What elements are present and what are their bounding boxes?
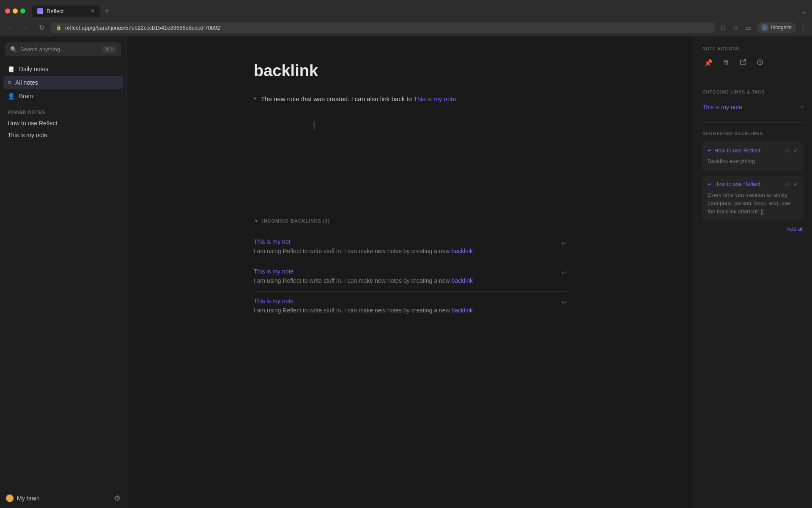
avatar: 👤 bbox=[761, 24, 768, 31]
trash-action-button[interactable]: 🗑 bbox=[721, 57, 731, 69]
main-content: backlink The new note that was created. … bbox=[127, 36, 694, 508]
brain-name: My brain bbox=[17, 495, 40, 502]
search-icon: 🔍 bbox=[10, 46, 17, 52]
lock-icon: 🔒 bbox=[56, 25, 62, 30]
content-prefix: The new note that was created. I can als… bbox=[261, 95, 414, 102]
backlink-item-2: This is my note I am using Reflect to wr… bbox=[254, 262, 567, 292]
suggested-backlinks-title: SUGGESTED BACKLINKS bbox=[702, 131, 804, 136]
note-content[interactable]: The new note that was created. I can als… bbox=[254, 94, 567, 105]
incoming-backlinks-section: ▼ INCOMING BACKLINKS (3) This is my not … bbox=[220, 218, 601, 347]
pinned-note-this-is-my-note[interactable]: This is my note bbox=[3, 129, 123, 141]
search-left: 🔍 Search anything... bbox=[10, 46, 65, 52]
accept-button-1[interactable]: ✓ bbox=[793, 147, 798, 154]
add-all-button[interactable]: Add all bbox=[787, 226, 804, 232]
all-notes-icon: ≡ bbox=[8, 79, 11, 86]
tab-close-button[interactable]: ✕ bbox=[91, 8, 95, 14]
backlink-content-2: This is my note I am using Reflect to wr… bbox=[254, 268, 556, 285]
backlink-excerpt-link-2[interactable]: backlink bbox=[451, 277, 473, 284]
tab-expand-button[interactable]: ⌄ bbox=[801, 7, 807, 15]
brain-label: Brain bbox=[19, 93, 33, 99]
right-panel: NOTE ACTIONS 📌 🗑 OUTGOING LINKS & TAGS bbox=[694, 36, 812, 508]
address-bar-row: ← → ↻ 🔒 reflect.app/g/sarahjonas/57eb22c… bbox=[0, 19, 812, 36]
nav-items: 📋 Daily notes ≡ All notes 👤 Brain bbox=[0, 62, 126, 103]
backlink-title-1[interactable]: This is my not bbox=[254, 238, 556, 245]
back-button[interactable]: ← bbox=[5, 22, 17, 33]
suggested-note-title-2[interactable]: ↩ How to use Reflect bbox=[708, 181, 760, 187]
pin-action-button[interactable]: 📌 bbox=[702, 57, 714, 69]
brain-indicator[interactable]: My brain bbox=[6, 494, 40, 502]
browser-chrome: Reflect ✕ + ⌄ ← → ↻ 🔒 reflect.app/g/sara… bbox=[0, 0, 812, 36]
note-actions: 📌 🗑 bbox=[702, 57, 804, 69]
pinned-notes-title: PINNED NOTES bbox=[0, 103, 126, 117]
bookmark-icon[interactable]: ☆ bbox=[731, 22, 740, 33]
suggested-note-title-1[interactable]: ↩ How to use Reflect bbox=[708, 147, 760, 154]
brain-icon: 👤 bbox=[8, 93, 15, 99]
backlink-item-1: This is my not I am using Reflect to wri… bbox=[254, 232, 567, 262]
bullet-text: The new note that was created. I can als… bbox=[261, 94, 457, 105]
reject-button-1[interactable]: ⊘ bbox=[785, 147, 790, 154]
close-window-button[interactable] bbox=[5, 8, 10, 14]
reject-button-2[interactable]: ⊘ bbox=[785, 181, 790, 188]
backlink-excerpt-3: I am using Reflect to write stuff in. I … bbox=[254, 307, 473, 314]
browser-menu-button[interactable]: ⋮ bbox=[799, 23, 807, 32]
new-tab-button[interactable]: + bbox=[102, 5, 113, 17]
forward-button[interactable]: → bbox=[20, 22, 32, 33]
backlink-content-3: This is my note I am using Reflect to wr… bbox=[254, 298, 556, 315]
sidebar-toggle-icon[interactable]: ▭ bbox=[743, 22, 753, 33]
traffic-lights bbox=[5, 8, 25, 14]
suggested-excerpt-1: Backlink everything bbox=[708, 157, 798, 166]
suggested-item-1: ↩ How to use Reflect ⊘ ✓ Backlink everyt… bbox=[702, 142, 804, 171]
add-all-container: Add all bbox=[702, 226, 804, 232]
sidebar-item-all-notes[interactable]: ≡ All notes bbox=[3, 76, 123, 89]
brain-dot bbox=[6, 494, 14, 502]
suggested-title-text-2: How to use Reflect bbox=[714, 181, 760, 187]
sidebar: 🔍 Search anything... ⌘ K 📋 Daily notes ≡… bbox=[0, 36, 127, 508]
note-actions-title: NOTE ACTIONS bbox=[702, 47, 804, 51]
incognito-button[interactable]: 👤 Incognito bbox=[757, 22, 796, 33]
settings-icon[interactable]: ⚙ bbox=[114, 494, 121, 503]
backlink-excerpt-link-1[interactable]: backlink bbox=[451, 248, 473, 254]
bullet-item-1: The new note that was created. I can als… bbox=[254, 94, 567, 105]
note-title[interactable]: backlink bbox=[254, 62, 567, 80]
share-action-button[interactable] bbox=[738, 57, 748, 69]
maximize-window-button[interactable] bbox=[20, 8, 25, 14]
suggested-item-header-2: ↩ How to use Reflect ⊘ ✓ bbox=[708, 181, 798, 188]
pinned-notes-list: How to use Reflect This is my note bbox=[0, 117, 126, 141]
back-arrow-icon-1: ↩ bbox=[708, 147, 712, 153]
tab-bar: Reflect ✕ + ⌄ bbox=[0, 0, 812, 19]
content-link[interactable]: This is my note bbox=[414, 95, 456, 102]
backlink-arrow-1: ↩ bbox=[561, 239, 567, 247]
sidebar-item-daily-notes[interactable]: 📋 Daily notes bbox=[3, 62, 123, 76]
minimize-window-button[interactable] bbox=[13, 8, 18, 14]
excerpt-prefix-1: I am using Reflect to write stuff in. I … bbox=[254, 248, 451, 254]
outgoing-link-text-1[interactable]: This is my note bbox=[702, 104, 742, 110]
suggested-item-2: ↩ How to use Reflect ⊘ ✓ Every time you … bbox=[702, 176, 804, 221]
sidebar-item-brain[interactable]: 👤 Brain bbox=[3, 89, 123, 103]
backlink-title-3[interactable]: This is my note bbox=[254, 298, 556, 304]
bullet-dot bbox=[254, 97, 256, 99]
divider-1 bbox=[702, 81, 804, 81]
suggested-item-header-1: ↩ How to use Reflect ⊘ ✓ bbox=[708, 147, 798, 154]
history-action-button[interactable] bbox=[755, 57, 765, 69]
reload-button[interactable]: ↻ bbox=[36, 22, 47, 33]
browser-tab[interactable]: Reflect ✕ bbox=[32, 6, 100, 17]
divider-2 bbox=[702, 122, 804, 123]
all-notes-label: All notes bbox=[15, 79, 38, 86]
accept-button-2[interactable]: ✓ bbox=[793, 181, 798, 188]
search-bar[interactable]: 🔍 Search anything... ⌘ K bbox=[5, 42, 121, 56]
toolbar-icons: ⊡ ☆ ▭ bbox=[719, 22, 753, 33]
excerpt-prefix-3: I am using Reflect to write stuff in. I … bbox=[254, 307, 451, 314]
app-container: 🔍 Search anything... ⌘ K 📋 Daily notes ≡… bbox=[0, 36, 812, 508]
collapse-icon[interactable]: ▼ bbox=[254, 218, 259, 224]
outgoing-links-title: OUTGOING LINKS & TAGS bbox=[702, 90, 804, 94]
backlink-title-2[interactable]: This is my note bbox=[254, 268, 556, 275]
editor-cursor-area[interactable]: | bbox=[254, 108, 567, 193]
backlink-excerpt-link-3[interactable]: backlink bbox=[451, 307, 473, 314]
address-bar[interactable]: 🔒 reflect.app/g/sarahjonas/57eb22cccb154… bbox=[51, 22, 715, 33]
cast-icon[interactable]: ⊡ bbox=[719, 22, 727, 33]
backlink-item-3: This is my note I am using Reflect to wr… bbox=[254, 292, 567, 321]
outgoing-link-arrow-1[interactable]: ↗ bbox=[798, 104, 804, 110]
suggested-title-text-1: How to use Reflect bbox=[714, 147, 760, 154]
suggested-excerpt-2: Every time you mention an entity (compan… bbox=[708, 191, 798, 216]
pinned-note-how-to-use[interactable]: How to use Reflect bbox=[3, 117, 123, 129]
